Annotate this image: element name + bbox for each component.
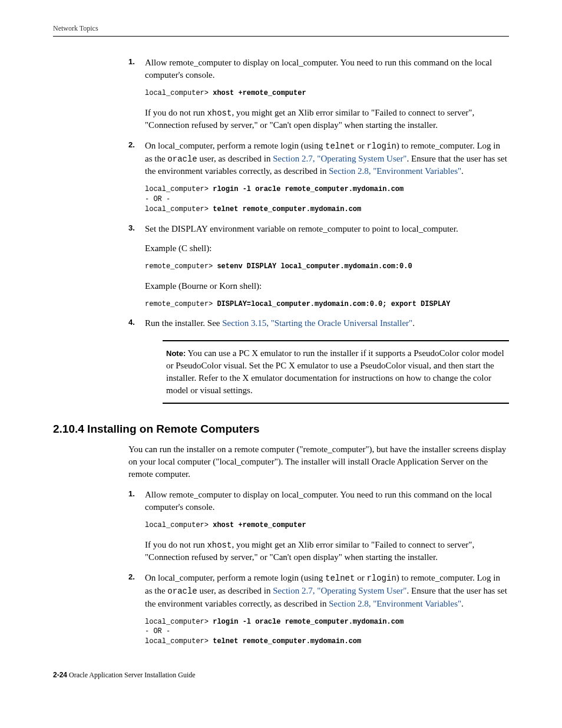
note-text: You can use a PC X emulator to run the i… xyxy=(166,348,504,395)
link-section-3-15[interactable]: Section 3.15, "Starting the Oracle Unive… xyxy=(222,318,412,328)
link-section-2-8[interactable]: Section 2.8, "Environment Variables" xyxy=(329,166,461,176)
step-4-para: Run the installer. See Section 3.15, "St… xyxy=(145,317,509,330)
step-1-para: Allow remote_computer to display on loca… xyxy=(145,57,509,81)
section-intro: You can run the installer on a remote co… xyxy=(128,443,509,480)
example-cshell-label: Example (C shell): xyxy=(145,242,509,255)
step-2: 2. On local_computer, perform a remote l… xyxy=(128,140,509,215)
step-number: 1. xyxy=(128,57,135,67)
note-box: Note: You can use a PC X emulator to run… xyxy=(163,340,509,404)
ordered-list-bottom: 1. Allow remote_computer to display on l… xyxy=(128,489,509,647)
running-header: Network Topics xyxy=(53,24,509,37)
code-xhost-b: local_computer> xhost +remote_computer xyxy=(145,521,509,531)
step-3-para: Set the DISPLAY environment variable on … xyxy=(145,223,509,235)
code-rlogin-telnet-b: local_computer> rlogin -l oracle remote_… xyxy=(145,617,509,647)
header-text: Network Topics xyxy=(53,24,98,32)
step-number: 3. xyxy=(128,223,135,233)
page-number: 2-24 xyxy=(53,671,67,679)
step-number: 2. xyxy=(128,140,135,150)
step-2-b: 2. On local_computer, perform a remote l… xyxy=(128,572,509,647)
code-setenv: remote_computer> setenv DISPLAY local_co… xyxy=(145,262,509,272)
step-1-b: 1. Allow remote_computer to display on l… xyxy=(128,489,509,564)
step-1: 1. Allow remote_computer to display on l… xyxy=(128,57,509,131)
footer-title: Oracle Application Server Installation G… xyxy=(67,671,196,679)
code-rlogin-telnet: local_computer> rlogin -l oracle remote_… xyxy=(145,185,509,214)
link-section-2-7[interactable]: Section 2.7, "Operating System User" xyxy=(273,154,406,163)
example-bourne-label: Example (Bourne or Korn shell): xyxy=(145,280,509,292)
step-1b-para: Allow remote_computer to display on loca… xyxy=(145,489,509,513)
step-3: 3. Set the DISPLAY environment variable … xyxy=(128,223,509,309)
link-section-2-7-b[interactable]: Section 2.7, "Operating System User" xyxy=(273,586,406,595)
step-1b-para2: If you do not run xhost, you might get a… xyxy=(145,539,509,564)
code-export: remote_computer> DISPLAY=local_computer.… xyxy=(145,299,509,309)
step-number: 1. xyxy=(128,489,135,499)
step-number: 4. xyxy=(128,317,135,328)
note-label: Note: xyxy=(166,349,186,358)
page-footer: 2-24 Oracle Application Server Installat… xyxy=(53,670,509,680)
step-2b-para: On local_computer, perform a remote logi… xyxy=(145,572,509,610)
step-1-para2: If you do not run xhost, you might get a… xyxy=(145,107,509,132)
ordered-list-top: 1. Allow remote_computer to display on l… xyxy=(128,57,509,404)
step-number: 2. xyxy=(128,572,135,582)
section-heading-2-10-4: 2.10.4 Installing on Remote Computers xyxy=(53,421,509,437)
step-2-para: On local_computer, perform a remote logi… xyxy=(145,140,509,177)
link-section-2-8-b[interactable]: Section 2.8, "Environment Variables" xyxy=(329,599,461,608)
step-4: 4. Run the installer. See Section 3.15, … xyxy=(128,317,509,404)
code-xhost: local_computer> xhost +remote_computer xyxy=(145,88,509,98)
